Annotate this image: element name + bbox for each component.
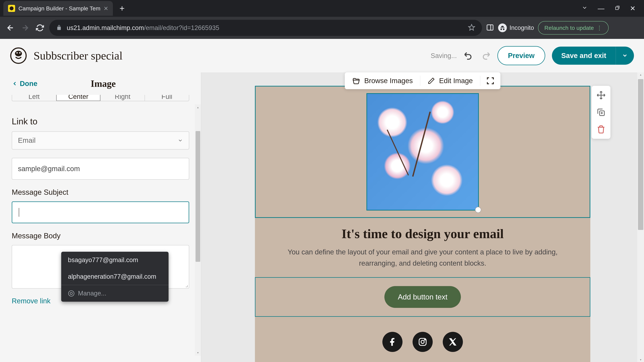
- message-subject-label: Message Subject: [12, 188, 189, 196]
- scroll-down-icon[interactable]: ▾: [195, 350, 201, 356]
- autofill-dropdown: bsagayo777@gmail.com alphageneration77@g…: [61, 252, 168, 302]
- autofill-suggestion[interactable]: bsagayo777@gmail.com: [61, 252, 168, 268]
- browse-images-button[interactable]: Browse Images: [345, 72, 420, 89]
- autofill-manage-button[interactable]: Manage...: [61, 285, 168, 302]
- svg-rect-2: [487, 25, 493, 30]
- image-block-selected[interactable]: [255, 86, 590, 218]
- instagram-icon[interactable]: [412, 332, 433, 352]
- image-context-toolbar: Browse Images Edit Image: [345, 72, 500, 89]
- minimize-icon[interactable]: —: [598, 5, 604, 12]
- image-element[interactable]: [366, 93, 479, 211]
- canvas-scrollbar[interactable]: ▴ ▾: [637, 72, 644, 362]
- message-body-label: Message Body: [12, 232, 189, 240]
- email-cta-button[interactable]: Add button text: [384, 286, 461, 308]
- browser-tab-bar: Campaign Builder - Sample Tem × + — ✕: [0, 0, 644, 17]
- align-center[interactable]: Center: [56, 95, 100, 101]
- move-block-button[interactable]: [595, 89, 607, 101]
- autofill-suggestion[interactable]: alphageneration77@gmail.com: [61, 268, 168, 285]
- svg-point-15: [424, 339, 425, 340]
- url-field[interactable]: us21.admin.mailchimp.com/email/editor?id…: [49, 20, 482, 36]
- close-tab-icon[interactable]: ×: [104, 4, 108, 12]
- tab-title: Campaign Builder - Sample Tem: [18, 5, 100, 12]
- email-paragraph: You can define the layout of your email …: [272, 246, 574, 269]
- browser-tab[interactable]: Campaign Builder - Sample Tem ×: [3, 1, 113, 16]
- svg-rect-1: [616, 7, 618, 9]
- sidebar-scrollbar[interactable]: ▴ ▾: [195, 104, 201, 356]
- reload-button[interactable]: [34, 22, 45, 33]
- fullscreen-icon: [486, 77, 494, 85]
- scroll-up-icon[interactable]: ▴: [195, 104, 201, 110]
- scrollbar-thumb[interactable]: [638, 79, 643, 230]
- button-block[interactable]: Add button text: [255, 277, 590, 317]
- saving-status: Saving...: [431, 52, 457, 59]
- pencil-icon: [428, 77, 435, 84]
- scrollbar-thumb[interactable]: [196, 131, 200, 262]
- email-address-input[interactable]: [12, 158, 189, 180]
- done-button[interactable]: Done: [12, 80, 38, 88]
- cherry-blossom-image: [367, 94, 478, 210]
- text-cursor: [19, 208, 19, 217]
- x-twitter-icon[interactable]: [443, 332, 463, 352]
- scroll-down-icon[interactable]: ▾: [637, 358, 644, 361]
- window-controls: — ✕: [582, 0, 644, 17]
- social-icons-row[interactable]: [255, 327, 590, 357]
- edit-image-button[interactable]: Edit Image: [420, 72, 480, 89]
- duplicate-block-button[interactable]: [595, 106, 607, 118]
- lock-icon: [56, 24, 62, 31]
- redo-button[interactable]: [481, 51, 491, 61]
- folder-open-icon: [352, 77, 360, 85]
- maximize-icon[interactable]: [614, 5, 620, 12]
- mailchimp-logo[interactable]: [10, 47, 27, 64]
- svg-point-0: [10, 6, 14, 10]
- align-full[interactable]: Full: [145, 95, 189, 101]
- resize-handle[interactable]: [475, 207, 481, 213]
- message-subject-input[interactable]: [12, 201, 189, 223]
- panel-title: Image: [91, 78, 136, 89]
- star-icon[interactable]: [468, 24, 475, 32]
- link-to-label: Link to: [12, 116, 189, 126]
- svg-point-8: [68, 291, 74, 296]
- alignment-segmented: Left Center Right Full: [12, 95, 189, 101]
- svg-point-5: [15, 51, 22, 56]
- mailchimp-favicon: [8, 5, 15, 12]
- link-type-select[interactable]: Email: [12, 131, 189, 149]
- preview-button[interactable]: Preview: [498, 46, 545, 65]
- save-and-exit-button[interactable]: Save and exit: [552, 46, 616, 65]
- more-icon: ⋮: [596, 24, 602, 31]
- editor-canvas[interactable]: Browse Images Edit Image: [201, 72, 644, 362]
- email-heading: It's time to design your email: [272, 226, 574, 241]
- align-left[interactable]: Left: [12, 95, 56, 101]
- app-header: Subbscriber special Saving... Preview Sa…: [0, 39, 644, 72]
- scroll-up-icon[interactable]: ▴: [637, 73, 644, 76]
- svg-point-14: [421, 340, 424, 344]
- chevron-down-icon: [178, 138, 183, 143]
- fullscreen-button[interactable]: [480, 72, 500, 89]
- facebook-icon[interactable]: [382, 332, 402, 352]
- resize-handle-icon[interactable]: [184, 283, 188, 287]
- incognito-icon: [498, 23, 507, 32]
- url-text: us21.admin.mailchimp.com/email/editor?id…: [67, 24, 219, 31]
- forward-button[interactable]: [20, 22, 30, 33]
- campaign-name[interactable]: Subbscriber special: [34, 49, 122, 62]
- tab-search-icon[interactable]: [582, 5, 588, 12]
- text-block[interactable]: It's time to design your email You can d…: [255, 218, 590, 277]
- svg-point-7: [19, 52, 20, 53]
- browser-url-bar: us21.admin.mailchimp.com/email/editor?id…: [0, 17, 644, 39]
- block-toolbar: [592, 86, 610, 139]
- align-right[interactable]: Right: [100, 95, 145, 101]
- email-body: It's time to design your email You can d…: [255, 86, 590, 362]
- back-button[interactable]: [5, 22, 16, 33]
- delete-block-button[interactable]: [595, 123, 607, 135]
- properties-sidebar: Done Image Left Center Right Full Link t…: [0, 72, 201, 362]
- relaunch-button[interactable]: Relaunch to update ⋮: [538, 21, 608, 34]
- side-panel-icon[interactable]: [486, 23, 494, 32]
- svg-point-6: [16, 52, 18, 53]
- undo-button[interactable]: [464, 51, 473, 61]
- svg-point-9: [70, 292, 72, 295]
- save-dropdown-button[interactable]: [616, 46, 634, 65]
- incognito-badge[interactable]: Incognito: [498, 23, 534, 32]
- close-window-icon[interactable]: ✕: [630, 4, 636, 12]
- new-tab-button[interactable]: +: [120, 3, 124, 13]
- chrome-icon: [68, 290, 75, 297]
